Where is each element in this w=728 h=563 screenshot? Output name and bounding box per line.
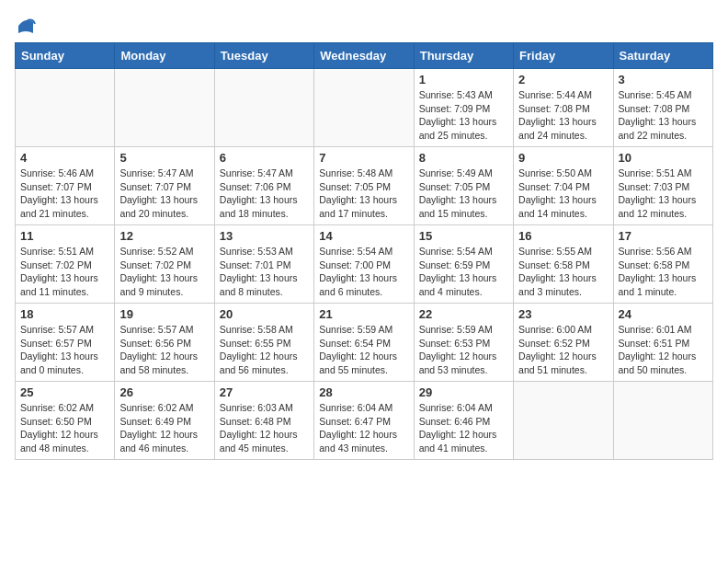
day-number: 16 xyxy=(518,229,608,243)
week-row-3: 11Sunrise: 5:51 AM Sunset: 7:02 PM Dayli… xyxy=(16,225,713,304)
day-number: 10 xyxy=(619,151,708,165)
day-number: 23 xyxy=(518,307,608,321)
week-row-5: 25Sunrise: 6:02 AM Sunset: 6:50 PM Dayli… xyxy=(16,382,713,460)
day-number: 14 xyxy=(319,229,408,243)
day-cell: 9Sunrise: 5:50 AM Sunset: 7:04 PM Daylig… xyxy=(514,147,613,225)
day-number: 22 xyxy=(419,307,508,321)
day-info: Sunrise: 5:43 AM Sunset: 7:09 PM Dayligh… xyxy=(419,88,508,143)
day-cell xyxy=(115,69,214,147)
day-info: Sunrise: 6:04 AM Sunset: 6:47 PM Dayligh… xyxy=(319,401,408,455)
day-info: Sunrise: 5:57 AM Sunset: 6:56 PM Dayligh… xyxy=(119,323,209,377)
week-row-1: 1Sunrise: 5:43 AM Sunset: 7:09 PM Daylig… xyxy=(16,69,713,147)
day-info: Sunrise: 5:46 AM Sunset: 7:07 PM Dayligh… xyxy=(20,167,109,221)
day-number: 4 xyxy=(20,151,109,165)
day-cell xyxy=(613,382,712,460)
week-row-2: 4Sunrise: 5:46 AM Sunset: 7:07 PM Daylig… xyxy=(16,147,713,225)
day-cell: 25Sunrise: 6:02 AM Sunset: 6:50 PM Dayli… xyxy=(16,382,115,460)
day-info: Sunrise: 5:51 AM Sunset: 7:02 PM Dayligh… xyxy=(20,245,109,299)
header-saturday: Saturday xyxy=(613,43,712,69)
day-info: Sunrise: 5:47 AM Sunset: 7:06 PM Dayligh… xyxy=(220,167,309,221)
day-number: 8 xyxy=(419,151,508,165)
header-tuesday: Tuesday xyxy=(214,43,313,69)
day-cell: 20Sunrise: 5:58 AM Sunset: 6:55 PM Dayli… xyxy=(214,304,313,382)
day-cell: 27Sunrise: 6:03 AM Sunset: 6:48 PM Dayli… xyxy=(214,382,313,460)
day-number: 18 xyxy=(20,307,109,321)
day-cell: 3Sunrise: 5:45 AM Sunset: 7:08 PM Daylig… xyxy=(613,69,712,147)
day-number: 17 xyxy=(619,229,708,243)
header-friday: Friday xyxy=(514,43,613,69)
day-cell: 23Sunrise: 6:00 AM Sunset: 6:52 PM Dayli… xyxy=(514,304,613,382)
day-info: Sunrise: 5:48 AM Sunset: 7:05 PM Dayligh… xyxy=(319,167,408,221)
day-info: Sunrise: 5:45 AM Sunset: 7:08 PM Dayligh… xyxy=(619,88,708,143)
day-cell: 22Sunrise: 5:59 AM Sunset: 6:53 PM Dayli… xyxy=(414,304,513,382)
day-number: 12 xyxy=(119,229,209,243)
day-cell: 16Sunrise: 5:55 AM Sunset: 6:58 PM Dayli… xyxy=(514,225,613,304)
day-cell: 21Sunrise: 5:59 AM Sunset: 6:54 PM Dayli… xyxy=(314,304,414,382)
day-info: Sunrise: 5:59 AM Sunset: 6:53 PM Dayligh… xyxy=(419,323,508,377)
day-cell: 7Sunrise: 5:48 AM Sunset: 7:05 PM Daylig… xyxy=(314,147,414,225)
day-cell: 11Sunrise: 5:51 AM Sunset: 7:02 PM Dayli… xyxy=(16,225,115,304)
day-number: 27 xyxy=(220,385,309,399)
day-number: 5 xyxy=(119,151,209,165)
day-cell: 5Sunrise: 5:47 AM Sunset: 7:07 PM Daylig… xyxy=(115,147,214,225)
day-number: 25 xyxy=(20,385,109,399)
day-info: Sunrise: 5:59 AM Sunset: 6:54 PM Dayligh… xyxy=(319,323,408,377)
day-number: 19 xyxy=(119,307,209,321)
day-cell: 17Sunrise: 5:56 AM Sunset: 6:58 PM Dayli… xyxy=(613,225,712,304)
day-number: 28 xyxy=(319,385,408,399)
day-info: Sunrise: 5:53 AM Sunset: 7:01 PM Dayligh… xyxy=(220,245,309,299)
day-cell: 2Sunrise: 5:44 AM Sunset: 7:08 PM Daylig… xyxy=(514,69,613,147)
day-number: 3 xyxy=(619,73,708,86)
day-cell: 6Sunrise: 5:47 AM Sunset: 7:06 PM Daylig… xyxy=(214,147,313,225)
day-info: Sunrise: 6:01 AM Sunset: 6:51 PM Dayligh… xyxy=(619,323,708,377)
day-number: 1 xyxy=(419,73,508,86)
day-info: Sunrise: 5:58 AM Sunset: 6:55 PM Dayligh… xyxy=(220,323,309,377)
day-info: Sunrise: 6:03 AM Sunset: 6:48 PM Dayligh… xyxy=(220,401,309,455)
day-number: 11 xyxy=(20,229,109,243)
day-info: Sunrise: 6:00 AM Sunset: 6:52 PM Dayligh… xyxy=(518,323,608,377)
day-info: Sunrise: 5:51 AM Sunset: 7:03 PM Dayligh… xyxy=(619,167,708,221)
day-number: 7 xyxy=(319,151,408,165)
day-cell xyxy=(314,69,414,147)
day-cell: 13Sunrise: 5:53 AM Sunset: 7:01 PM Dayli… xyxy=(214,225,313,304)
day-info: Sunrise: 5:55 AM Sunset: 6:58 PM Dayligh… xyxy=(518,245,608,299)
day-info: Sunrise: 5:56 AM Sunset: 6:58 PM Dayligh… xyxy=(619,245,708,299)
header-thursday: Thursday xyxy=(414,43,513,69)
day-number: 13 xyxy=(220,229,309,243)
day-info: Sunrise: 5:54 AM Sunset: 7:00 PM Dayligh… xyxy=(319,245,408,299)
day-info: Sunrise: 5:54 AM Sunset: 6:59 PM Dayligh… xyxy=(419,245,508,299)
logo xyxy=(15,15,40,37)
header-sunday: Sunday xyxy=(16,43,115,69)
day-number: 21 xyxy=(319,307,408,321)
day-info: Sunrise: 5:57 AM Sunset: 6:57 PM Dayligh… xyxy=(20,323,109,377)
day-cell: 10Sunrise: 5:51 AM Sunset: 7:03 PM Dayli… xyxy=(613,147,712,225)
day-number: 9 xyxy=(518,151,608,165)
day-cell: 29Sunrise: 6:04 AM Sunset: 6:46 PM Dayli… xyxy=(414,382,513,460)
day-number: 26 xyxy=(119,385,209,399)
day-cell: 19Sunrise: 5:57 AM Sunset: 6:56 PM Dayli… xyxy=(115,304,214,382)
day-number: 6 xyxy=(220,151,309,165)
day-info: Sunrise: 6:02 AM Sunset: 6:50 PM Dayligh… xyxy=(20,401,109,455)
day-number: 29 xyxy=(419,385,508,399)
calendar: SundayMondayTuesdayWednesdayThursdayFrid… xyxy=(15,42,713,460)
day-cell xyxy=(514,382,613,460)
day-info: Sunrise: 5:44 AM Sunset: 7:08 PM Dayligh… xyxy=(518,88,608,143)
day-cell: 26Sunrise: 6:02 AM Sunset: 6:49 PM Dayli… xyxy=(115,382,214,460)
day-info: Sunrise: 5:49 AM Sunset: 7:05 PM Dayligh… xyxy=(419,167,508,221)
day-info: Sunrise: 5:52 AM Sunset: 7:02 PM Dayligh… xyxy=(119,245,209,299)
day-cell: 12Sunrise: 5:52 AM Sunset: 7:02 PM Dayli… xyxy=(115,225,214,304)
day-info: Sunrise: 6:02 AM Sunset: 6:49 PM Dayligh… xyxy=(119,401,209,455)
day-cell xyxy=(16,69,115,147)
calendar-header-row: SundayMondayTuesdayWednesdayThursdayFrid… xyxy=(16,43,713,69)
day-cell: 15Sunrise: 5:54 AM Sunset: 6:59 PM Dayli… xyxy=(414,225,513,304)
day-cell: 28Sunrise: 6:04 AM Sunset: 6:47 PM Dayli… xyxy=(314,382,414,460)
day-cell: 4Sunrise: 5:46 AM Sunset: 7:07 PM Daylig… xyxy=(16,147,115,225)
day-number: 2 xyxy=(518,73,608,86)
day-cell: 18Sunrise: 5:57 AM Sunset: 6:57 PM Dayli… xyxy=(16,304,115,382)
header-monday: Monday xyxy=(115,43,214,69)
day-info: Sunrise: 5:47 AM Sunset: 7:07 PM Dayligh… xyxy=(119,167,209,221)
header-wednesday: Wednesday xyxy=(314,43,414,69)
day-cell: 14Sunrise: 5:54 AM Sunset: 7:00 PM Dayli… xyxy=(314,225,414,304)
day-cell: 1Sunrise: 5:43 AM Sunset: 7:09 PM Daylig… xyxy=(414,69,513,147)
logo-icon xyxy=(15,15,37,37)
